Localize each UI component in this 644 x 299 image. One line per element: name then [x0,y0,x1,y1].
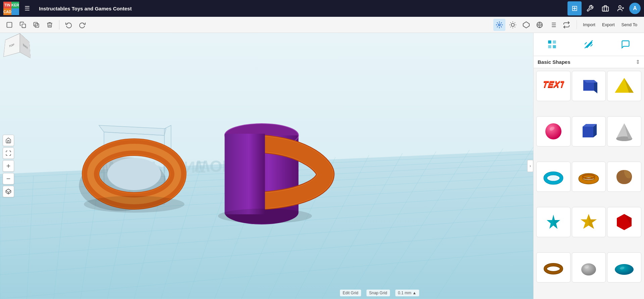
pyramid-shape[interactable] [607,71,641,101]
duplicate-button[interactable] [30,19,42,31]
star5-shape[interactable] [536,207,571,237]
svg-rect-6 [35,24,39,27]
svg-line-17 [515,22,515,23]
svg-rect-81 [553,40,556,43]
svg-point-74 [218,209,312,223]
views-button[interactable] [3,186,14,197]
cube-back-label: BACK [23,43,28,49]
snap-grid-value[interactable]: 0.1 mm ▲ [395,290,419,296]
panel-ruler-icon[interactable] [579,36,599,53]
flip-tool-button[interactable] [560,19,573,31]
home-view-button[interactable] [3,135,14,146]
redo-button[interactable] [76,19,88,31]
send-to-button[interactable]: Send To [618,20,641,29]
status-bar: Edit Grid Snap Grid 0.1 mm ▲ [340,290,419,296]
logo-ker: KER [11,2,19,8]
panel-shapes-icon[interactable] [542,36,562,53]
hexagon-shape[interactable] [607,207,641,237]
svg-marker-107 [553,215,560,229]
text-3d-shape[interactable]: TEXT TEXT [536,71,571,101]
logo-cad1: CAD [3,8,11,15]
svg-line-16 [510,27,511,27]
panel-notes-icon[interactable] [615,36,636,53]
snap-grid-label: Snap Grid [366,290,390,296]
oval-shape[interactable] [607,252,641,283]
user-avatar[interactable]: A [629,3,641,14]
export-button[interactable]: Export [599,20,618,29]
logo-tin: TIN [3,2,11,8]
svg-rect-5 [22,24,26,28]
briefcase-icon-button[interactable] [598,1,612,15]
svg-rect-80 [548,40,551,43]
project-title: Instructables Toys and Games Contest [39,6,132,11]
view-cube[interactable]: TOP BACK [7,36,34,63]
hamburger-menu-button[interactable]: ☰ [20,1,34,15]
new-button[interactable] [3,19,15,31]
delete-button[interactable] [44,19,56,31]
edit-grid-button[interactable]: Edit Grid [340,290,361,296]
ring2-shape[interactable] [536,252,571,283]
pebble-shape[interactable] [572,252,606,283]
right-panel: Basic Shapes ⇕ TEXT TEXT [533,33,644,299]
copy-button[interactable] [17,19,29,31]
svg-line-12 [510,22,511,23]
blob-shape[interactable] [607,162,641,192]
svg-rect-4 [7,22,12,27]
panel-top-icons [534,33,644,56]
shapes-category-dropdown[interactable]: Basic Shapes ⇕ [534,56,644,68]
cone-shape[interactable] [607,116,641,146]
tinkercad-logo[interactable]: TIN KER CAD [3,2,17,15]
shapes-dropdown-arrow-icon: ⇕ [636,59,640,65]
svg-rect-0 [602,7,608,11]
zoom-in-button[interactable] [3,160,14,172]
svg-point-102 [549,175,558,181]
edit-toolbar: Import Export Send To [0,17,644,33]
3d-viewport[interactable]: WORKPLANE WORKPLANE [0,33,533,299]
svg-rect-7 [34,22,38,26]
box-shape[interactable] [572,71,606,101]
left-toolbar [3,135,14,197]
svg-point-9 [511,23,514,26]
light-tool-button[interactable] [507,19,519,31]
panel-expand-button[interactable]: › [527,160,533,172]
hammer-icon-button[interactable] [583,1,597,15]
undo-button[interactable] [63,19,75,31]
svg-point-8 [498,24,500,26]
shapes-grid: TEXT TEXT [534,68,644,299]
svg-text:TEXT: TEXT [543,79,564,89]
shapes-category-label: Basic Shapes [538,59,571,65]
svg-point-114 [581,263,596,275]
svg-marker-109 [589,214,597,229]
file-action-buttons: Import Export Send To [577,20,641,29]
svg-marker-94 [583,127,593,137]
mirror-tool-button[interactable] [534,19,546,31]
svg-marker-18 [523,22,529,28]
zoom-out-button[interactable] [3,173,14,184]
user-add-button[interactable] [614,1,628,15]
viewport-tools [493,19,573,31]
main-content: WORKPLANE WORKPLANE [0,33,644,299]
import-button[interactable]: Import [580,20,599,29]
logo-cad2 [11,8,19,15]
fit-view-button[interactable] [3,147,14,159]
cube2-shape[interactable] [572,116,606,146]
svg-rect-82 [548,45,551,48]
svg-rect-72 [225,134,265,214]
cube-top-label: TOP [9,43,14,48]
svg-point-116 [615,264,634,275]
grid-tool-button[interactable] [520,19,532,31]
star-shape[interactable] [572,207,606,237]
toolbar-separator-1 [59,20,59,30]
svg-point-66 [107,158,161,190]
align-tool-button[interactable] [547,19,559,31]
grid-view-button[interactable]: ⊞ [567,1,582,15]
svg-point-73 [84,196,185,213]
svg-point-1 [619,6,621,8]
camera-tool-button[interactable] [493,19,505,31]
torus-shape[interactable] [536,162,571,192]
scene-canvas: WORKPLANE WORKPLANE [0,33,533,299]
svg-line-13 [515,27,515,27]
sphere-shape[interactable] [536,116,571,146]
svg-point-92 [545,123,561,139]
ring-shape[interactable] [572,162,606,192]
